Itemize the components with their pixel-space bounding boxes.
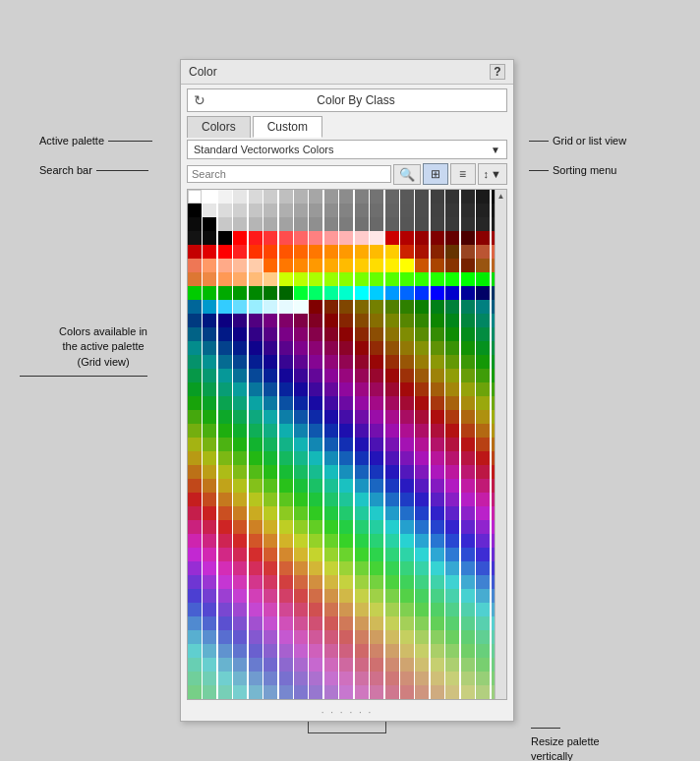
color-cell[interactable] (218, 341, 232, 355)
color-cell[interactable] (263, 245, 277, 259)
color-cell[interactable] (249, 382, 262, 396)
color-cell[interactable] (279, 327, 293, 341)
color-cell[interactable] (431, 520, 444, 534)
color-cell[interactable] (431, 451, 444, 465)
color-cell[interactable] (431, 327, 444, 341)
color-cell[interactable] (233, 217, 247, 231)
color-cell[interactable] (400, 341, 414, 355)
color-cell[interactable] (309, 685, 322, 699)
color-cell[interactable] (355, 479, 369, 493)
color-cell[interactable] (400, 245, 414, 259)
color-cell[interactable] (415, 548, 429, 561)
color-cell[interactable] (294, 451, 308, 465)
color-cell[interactable] (461, 658, 475, 672)
color-cell[interactable] (400, 465, 414, 479)
color-cell[interactable] (461, 314, 475, 327)
color-cell[interactable] (476, 217, 490, 231)
color-cell[interactable] (445, 658, 459, 672)
color-cell[interactable] (415, 465, 429, 479)
color-cell[interactable] (431, 548, 444, 561)
color-cell[interactable] (370, 286, 383, 300)
color-cell[interactable] (400, 231, 414, 245)
color-cell[interactable] (324, 369, 338, 382)
color-cell[interactable] (249, 451, 262, 465)
color-cell[interactable] (294, 699, 308, 700)
color-cell[interactable] (203, 644, 216, 658)
color-cell[interactable] (355, 699, 369, 700)
color-cell[interactable] (370, 396, 383, 410)
color-cell[interactable] (218, 534, 232, 548)
color-cell[interactable] (324, 438, 338, 451)
color-cell[interactable] (431, 465, 444, 479)
color-cell[interactable] (218, 300, 232, 314)
color-cell[interactable] (445, 300, 459, 314)
color-cell[interactable] (263, 672, 277, 685)
color-cell[interactable] (461, 575, 475, 589)
color-cell[interactable] (445, 259, 459, 272)
color-cell[interactable] (339, 589, 353, 603)
color-cell[interactable] (233, 327, 247, 341)
color-cell[interactable] (218, 465, 232, 479)
color-cell[interactable] (431, 616, 444, 630)
color-cell[interactable] (370, 699, 383, 700)
color-cell[interactable] (339, 300, 353, 314)
color-cell[interactable] (339, 410, 353, 424)
color-cell[interactable] (355, 190, 369, 204)
color-cell[interactable] (249, 272, 262, 286)
color-cell[interactable] (309, 369, 322, 382)
color-cell[interactable] (294, 300, 308, 314)
color-cell[interactable] (431, 561, 444, 575)
color-cell[interactable] (355, 286, 369, 300)
color-cell[interactable] (385, 369, 399, 382)
color-cell[interactable] (461, 369, 475, 382)
color-cell[interactable] (400, 369, 414, 382)
color-cell[interactable] (476, 589, 490, 603)
color-cell[interactable] (294, 465, 308, 479)
color-cell[interactable] (324, 286, 338, 300)
color-cell[interactable] (355, 314, 369, 327)
color-cell[interactable] (385, 561, 399, 575)
color-cell[interactable] (249, 355, 262, 369)
color-cell[interactable] (476, 630, 490, 644)
color-cell[interactable] (309, 520, 322, 534)
color-cell[interactable] (233, 658, 247, 672)
color-cell[interactable] (324, 603, 338, 616)
color-cell[interactable] (415, 479, 429, 493)
color-cell[interactable] (233, 493, 247, 506)
color-cell[interactable] (415, 190, 429, 204)
color-cell[interactable] (415, 424, 429, 438)
color-cell[interactable] (249, 672, 262, 685)
color-cell[interactable] (324, 272, 338, 286)
color-cell[interactable] (233, 341, 247, 355)
color-cell[interactable] (339, 699, 353, 700)
color-cell[interactable] (445, 465, 459, 479)
scrollbar[interactable]: ▲ (495, 190, 506, 699)
color-cell[interactable] (461, 685, 475, 699)
color-cell[interactable] (339, 575, 353, 589)
color-cell[interactable] (445, 630, 459, 644)
color-cell[interactable] (370, 589, 383, 603)
color-cell[interactable] (233, 644, 247, 658)
color-cell[interactable] (339, 616, 353, 630)
tab-colors[interactable]: Colors (187, 116, 251, 138)
color-cell[interactable] (218, 630, 232, 644)
color-cell[interactable] (431, 190, 444, 204)
color-cell[interactable] (294, 520, 308, 534)
color-cell[interactable] (279, 286, 293, 300)
color-cell[interactable] (431, 382, 444, 396)
color-cell[interactable] (415, 644, 429, 658)
color-cell[interactable] (461, 672, 475, 685)
color-cell[interactable] (400, 355, 414, 369)
color-cell[interactable] (339, 644, 353, 658)
color-cell[interactable] (218, 451, 232, 465)
color-cell[interactable] (188, 217, 202, 231)
color-cell[interactable] (203, 575, 216, 589)
sort-button[interactable]: ↕ ▼ (478, 163, 507, 185)
color-cell[interactable] (476, 259, 490, 272)
color-cell[interactable] (294, 672, 308, 685)
color-cell[interactable] (233, 479, 247, 493)
color-cell[interactable] (249, 630, 262, 644)
color-cell[interactable] (461, 286, 475, 300)
color-cell[interactable] (233, 465, 247, 479)
palette-select[interactable]: Standard Vectorworks Colors ▼ (187, 140, 507, 159)
